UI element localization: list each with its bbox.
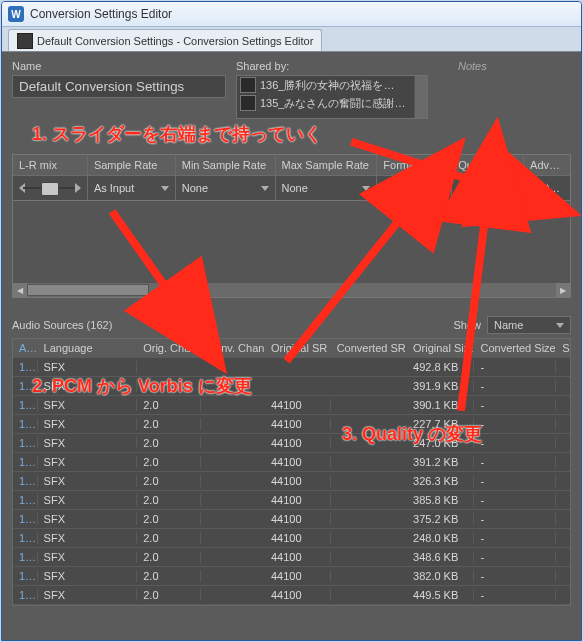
col-lr-mix: L-R mix	[13, 155, 88, 175]
list-item[interactable]: 135_みなさんの奮闘に感謝…	[237, 94, 414, 112]
cell-orig-sr: 44100	[265, 456, 331, 468]
cell-orig-size: 391.9 KB	[407, 380, 474, 392]
cell-conv-size: -	[474, 418, 556, 430]
table-row[interactable]: 1…SFX2.044100375.2 KB-	[13, 510, 570, 529]
table-row[interactable]: 1…SFX2.044100248.0 KB-	[13, 529, 570, 548]
cell-a: 1…	[13, 513, 38, 525]
cell-orig-size: 227.7 KB	[407, 418, 474, 430]
col-conv-sr[interactable]: Converted SR	[331, 342, 407, 354]
max-sr-dropdown[interactable]: None	[282, 182, 371, 194]
notes-label: Notes	[438, 60, 571, 72]
table-row[interactable]: 1…SFX2.044100385.8 KB-	[13, 491, 570, 510]
scroll-thumb[interactable]	[27, 284, 149, 296]
cell-conv-size: -	[474, 437, 556, 449]
name-label: Name	[12, 60, 226, 72]
shared-by-list[interactable]: 136_勝利の女神の祝福を… 135_みなさんの奮闘に感謝…	[236, 75, 428, 119]
table-row[interactable]: 1…SFX2.044100382.0 KB-	[13, 567, 570, 586]
cell-language: SFX	[38, 475, 138, 487]
name-input[interactable]	[12, 75, 226, 98]
tab-conversion-settings[interactable]: Default Conversion Settings - Conversion…	[8, 29, 322, 51]
cell-language: SFX	[38, 361, 138, 373]
col-conv-chan[interactable]: Conv. Chan…	[201, 342, 265, 354]
col-orig-size[interactable]: Original Size	[407, 342, 474, 354]
cell-conv-size: -	[474, 551, 556, 563]
cell-a: 1…	[13, 380, 38, 392]
table-row[interactable]: 1…SFX2.044100326.3 KB-	[13, 472, 570, 491]
cell-orig-sr: 44100	[265, 589, 331, 601]
cell-orig-sr: 44100	[265, 551, 331, 563]
cell-language: SFX	[38, 589, 138, 601]
lr-mix-slider[interactable]	[19, 183, 81, 193]
cell-conv-size: -	[474, 361, 556, 373]
cell-orig-sr: 44100	[265, 418, 331, 430]
format-dropdown[interactable]: Vorbis	[383, 182, 445, 194]
min-sr-dropdown[interactable]: None	[182, 182, 269, 194]
cell-orig-sr: 44100	[265, 399, 331, 411]
cell-language: SFX	[38, 456, 138, 468]
col-advanced: Adv…	[524, 155, 570, 175]
col-quality: Quality	[452, 155, 524, 175]
scroll-left-icon[interactable]: ◀	[13, 283, 27, 297]
cell-a: 1…	[13, 399, 38, 411]
cell-language: SFX	[38, 399, 138, 411]
cell-orig-chan: 2.0	[137, 532, 201, 544]
cell-a: 1…	[13, 418, 38, 430]
cell-orig-size: 375.2 KB	[407, 513, 474, 525]
cell-conv-size: -	[474, 532, 556, 544]
audio-sources-grid: A… Language Orig. Chan… Conv. Chan… Orig…	[12, 338, 571, 606]
tab-strip: Default Conversion Settings - Conversion…	[2, 27, 581, 51]
cell-orig-chan: 2.0	[137, 475, 201, 487]
document-icon	[17, 33, 33, 49]
cell-orig-size: 390.1 KB	[407, 399, 474, 411]
chevron-down-icon	[161, 186, 169, 191]
titlebar[interactable]: W Conversion Settings Editor	[2, 2, 581, 27]
tab-label: Default Conversion Settings - Conversion…	[37, 35, 313, 47]
col-min-sr: Min Sample Rate	[176, 155, 276, 175]
cell-a: 1…	[13, 589, 38, 601]
cell-a: 1…	[13, 437, 38, 449]
scroll-right-icon[interactable]: ▶	[556, 283, 570, 297]
cell-orig-sr: 44100	[265, 570, 331, 582]
table-row[interactable]: 1…SFX2.044100227.7 KB-	[13, 415, 570, 434]
cell-conv-size: -	[474, 589, 556, 601]
audio-sources-title: Audio Sources	[12, 319, 84, 331]
cell-orig-chan: 2.0	[137, 456, 201, 468]
col-a[interactable]: A…	[13, 342, 38, 354]
cell-conv-size: -	[474, 513, 556, 525]
advanced-edit-button[interactable]: Edit…	[530, 182, 564, 194]
scrollbar-vertical[interactable]	[414, 76, 427, 118]
cell-orig-chan: 2.0	[137, 418, 201, 430]
table-row[interactable]: 1…SFX2.044100449.5 KB-	[13, 586, 570, 605]
col-conv-size[interactable]: Converted Size	[474, 342, 556, 354]
table-row[interactable]: 1…SFX2.044100247.0 KB-	[13, 434, 570, 453]
cell-orig-sr: 44100	[265, 437, 331, 449]
scrollbar-horizontal[interactable]: ◀ ▶	[13, 282, 570, 297]
cell-orig-size: 248.0 KB	[407, 532, 474, 544]
col-s[interactable]: S…	[556, 342, 570, 354]
chevron-down-icon	[362, 186, 370, 191]
object-icon	[240, 95, 256, 111]
table-row[interactable]: 1…SFX391.9 KB-	[13, 377, 570, 396]
cell-orig-chan: 2.0	[137, 494, 201, 506]
cell-orig-chan: 2.0	[137, 399, 201, 411]
table-row[interactable]: 1…SFX492.8 KB-	[13, 358, 570, 377]
table-row[interactable]: 1…SFX2.044100390.1 KB-	[13, 396, 570, 415]
col-orig-sr[interactable]: Original SR	[265, 342, 331, 354]
table-row[interactable]: 1…SFX2.044100391.2 KB-	[13, 453, 570, 472]
conversion-params-panel: L-R mix Sample Rate Min Sample Rate Max …	[12, 154, 571, 201]
quality-value: 8	[485, 179, 491, 190]
list-item[interactable]: 136_勝利の女神の祝福を…	[237, 76, 414, 94]
show-label: Show	[453, 319, 481, 331]
cell-conv-size: -	[474, 399, 556, 411]
col-max-sr: Max Sample Rate	[276, 155, 378, 175]
col-orig-chan[interactable]: Orig. Chan…	[137, 342, 201, 354]
sample-rate-dropdown[interactable]: As Input	[94, 182, 169, 194]
col-language[interactable]: Language	[38, 342, 138, 354]
app-icon: W	[8, 6, 24, 22]
cell-orig-sr: 44100	[265, 494, 331, 506]
chevron-down-icon	[261, 186, 269, 191]
table-row[interactable]: 1…SFX2.044100348.6 KB-	[13, 548, 570, 567]
cell-orig-chan: 2.0	[137, 551, 201, 563]
show-dropdown[interactable]: Name	[487, 316, 571, 334]
params-detail-area: ◀ ▶	[12, 201, 571, 298]
